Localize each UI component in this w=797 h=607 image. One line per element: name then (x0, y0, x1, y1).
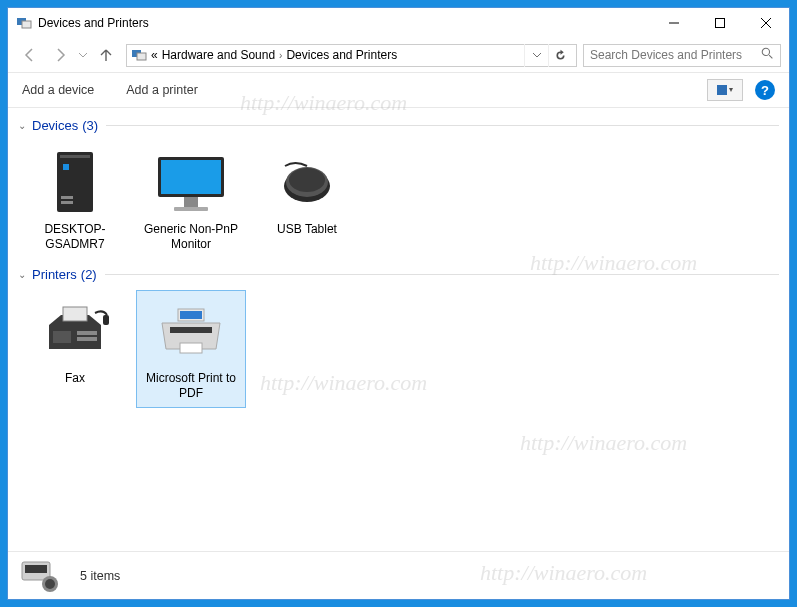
breadcrumb-dropdown[interactable] (524, 44, 548, 67)
search-input[interactable]: Search Devices and Printers (583, 44, 781, 67)
device-label: DESKTOP-GSADMR7 (23, 222, 127, 252)
search-placeholder: Search Devices and Printers (590, 48, 742, 62)
svg-rect-23 (63, 307, 87, 321)
devices-items: DESKTOP-GSADMR7 Generic Non-PnP Monitor … (12, 137, 785, 263)
svg-rect-12 (60, 155, 90, 158)
divider (106, 125, 779, 126)
svg-rect-26 (77, 337, 97, 341)
svg-rect-7 (137, 53, 146, 60)
content-area: ⌄ Devices (3) DESKTOP-GSADMR7 Generic No… (8, 108, 789, 551)
svg-rect-27 (103, 315, 109, 325)
window-controls (651, 8, 789, 38)
forward-button[interactable] (46, 42, 74, 68)
group-count: (2) (81, 267, 97, 282)
svg-rect-19 (174, 207, 208, 211)
divider (105, 274, 779, 275)
svg-rect-18 (184, 197, 198, 207)
help-button[interactable]: ? (755, 80, 775, 100)
chevron-down-icon: ⌄ (18, 269, 26, 280)
refresh-button[interactable] (548, 44, 572, 67)
group-name: Printers (32, 267, 77, 282)
breadcrumb-item-devices[interactable]: Devices and Printers (286, 48, 397, 62)
printer-icon (151, 297, 231, 367)
device-tablet[interactable]: USB Tablet (252, 141, 362, 259)
group-header-printers[interactable]: ⌄ Printers (2) (12, 263, 785, 286)
printer-label: Microsoft Print to PDF (139, 371, 243, 401)
svg-rect-31 (180, 343, 202, 353)
group-header-devices[interactable]: ⌄ Devices (3) (12, 114, 785, 137)
svg-rect-14 (61, 196, 73, 199)
svg-rect-10 (717, 85, 727, 95)
status-icon (20, 558, 64, 594)
device-desktop[interactable]: DESKTOP-GSADMR7 (20, 141, 130, 259)
svg-rect-17 (161, 160, 221, 194)
toolbar: Add a device Add a printer ? (8, 72, 789, 108)
maximize-button[interactable] (697, 8, 743, 38)
close-button[interactable] (743, 8, 789, 38)
group-count: (3) (82, 118, 98, 133)
mouse-icon (267, 148, 347, 218)
window-title: Devices and Printers (38, 16, 651, 30)
statusbar: 5 items (8, 551, 789, 599)
svg-rect-13 (63, 164, 69, 170)
titlebar: Devices and Printers (8, 8, 789, 38)
location-icon (131, 47, 147, 63)
up-button[interactable] (92, 42, 120, 68)
window: Devices and Printers « Hardware and Soun… (7, 7, 790, 600)
svg-rect-24 (53, 331, 71, 343)
navbar: « Hardware and Sound › Devices and Print… (8, 38, 789, 72)
monitor-icon (151, 148, 231, 218)
group-name: Devices (32, 118, 78, 133)
window-icon (16, 15, 32, 31)
pc-icon (35, 148, 115, 218)
svg-rect-15 (61, 201, 73, 204)
device-monitor[interactable]: Generic Non-PnP Monitor (136, 141, 246, 259)
chevron-right-icon: › (279, 50, 282, 61)
svg-rect-25 (77, 331, 97, 335)
status-text: 5 items (80, 569, 120, 583)
svg-rect-33 (25, 565, 47, 573)
fax-icon (35, 297, 115, 367)
svg-rect-1 (22, 21, 31, 28)
history-dropdown[interactable] (76, 51, 90, 59)
chevron-down-icon: ⌄ (18, 120, 26, 131)
minimize-button[interactable] (651, 8, 697, 38)
back-button[interactable] (16, 42, 44, 68)
address-bar[interactable]: « Hardware and Sound › Devices and Print… (126, 44, 577, 67)
breadcrumb-prefix: « (151, 48, 158, 62)
svg-point-35 (45, 579, 55, 589)
add-device-button[interactable]: Add a device (22, 83, 94, 97)
view-options-button[interactable] (707, 79, 743, 101)
svg-rect-29 (180, 311, 202, 319)
breadcrumb-item-hardware[interactable]: Hardware and Sound (162, 48, 275, 62)
svg-line-9 (769, 55, 772, 58)
search-icon (761, 47, 774, 63)
svg-point-8 (762, 48, 769, 55)
add-printer-button[interactable]: Add a printer (126, 83, 198, 97)
printer-label: Fax (65, 371, 85, 386)
printer-fax[interactable]: Fax (20, 290, 130, 408)
device-label: USB Tablet (277, 222, 337, 237)
svg-rect-30 (170, 327, 212, 333)
printers-items: Fax Microsoft Print to PDF (12, 286, 785, 412)
svg-rect-3 (716, 19, 725, 28)
printer-pdf[interactable]: Microsoft Print to PDF (136, 290, 246, 408)
svg-point-22 (289, 168, 325, 192)
device-label: Generic Non-PnP Monitor (139, 222, 243, 252)
